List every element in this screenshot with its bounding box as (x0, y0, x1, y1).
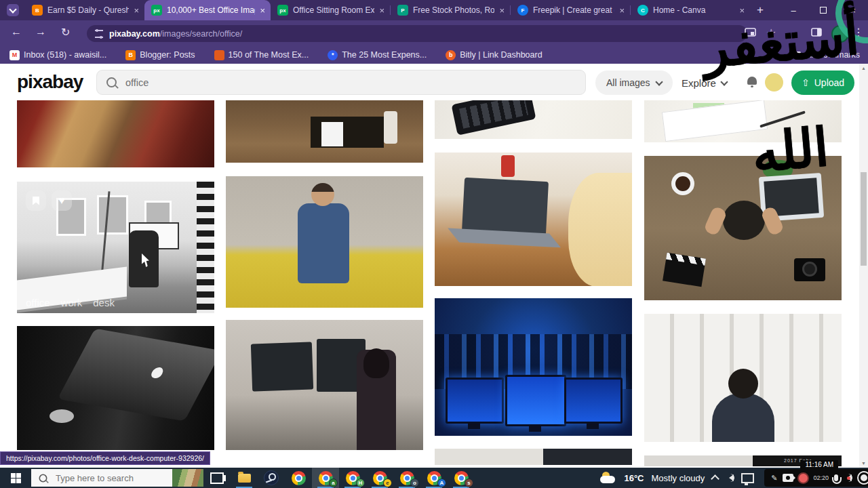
explore-menu[interactable]: Explore (682, 70, 727, 95)
start-button[interactable] (0, 468, 31, 488)
add-to-collection-button[interactable] (26, 190, 46, 211)
chrome-profile-A-button[interactable]: A (420, 468, 448, 488)
weather-condition[interactable]: Mostly cloudy (652, 473, 705, 483)
image-result-office-work-desk[interactable]: ♥ office work desk (17, 182, 214, 313)
microphone-icon[interactable] (834, 474, 838, 481)
image-result-man-wall-sketches[interactable] (644, 314, 842, 442)
tag-work[interactable]: work (61, 297, 83, 308)
bookmark-bitly[interactable]: b Bitly | Link Dashboard (446, 50, 542, 60)
scrollbar-thumb[interactable] (861, 172, 867, 266)
side-panel-icon[interactable] (811, 28, 822, 37)
close-window-button[interactable]: × (838, 5, 868, 16)
like-button[interactable]: ♥ (52, 190, 72, 211)
screen-recorder-toolbar: ✎ 02:20 (764, 469, 868, 487)
weather-temp[interactable]: 16°C (624, 473, 644, 483)
steam-button[interactable] (258, 468, 285, 488)
chrome-profile-h-button[interactable]: H (339, 468, 366, 488)
notifications-bell-icon[interactable] (747, 77, 757, 85)
taskbar-clock[interactable]: 11:16 AM (800, 460, 838, 469)
system-audio-icon[interactable] (844, 474, 852, 481)
close-tab-icon[interactable]: × (619, 5, 625, 16)
mute-indicator (847, 476, 850, 480)
tag-office[interactable]: office (26, 297, 50, 308)
taskbar-search-box[interactable] (31, 469, 203, 487)
bookmark-150-most[interactable]: 150 of The Most Ex... (214, 50, 309, 60)
bookmark-blogger[interactable]: B Blogger: Posts (125, 50, 195, 60)
close-tab-icon[interactable]: × (499, 5, 505, 16)
image-result-documents-pen[interactable] (644, 100, 842, 142)
site-icon (214, 50, 224, 60)
image-result-macbook-dark[interactable] (17, 326, 214, 450)
chrome-icon (292, 471, 306, 485)
close-tab-icon[interactable]: × (134, 5, 139, 16)
image-result-woman-dual-monitors[interactable] (226, 320, 423, 450)
photo-detail (662, 100, 768, 142)
maximize-button[interactable] (808, 5, 838, 16)
network-icon[interactable] (741, 473, 754, 483)
chrome-button[interactable] (285, 468, 312, 488)
tab-freepik[interactable]: F Freepik | Create great design × (511, 0, 630, 20)
pixabay-logo[interactable]: pixabay (17, 71, 83, 93)
bookmarks-bar: M Inbox (518) - awaisil... B Blogger: Po… (0, 46, 868, 64)
image-result-digital-monitors-city[interactable] (435, 298, 632, 436)
tag-desk[interactable]: desk (93, 297, 115, 308)
bookmark-star-icon[interactable]: ☆ (766, 26, 776, 39)
page-scrollbar[interactable]: ▲ ▼ (859, 64, 868, 468)
tab-blogger[interactable]: B Earn $5 Daily - Qureshi Hubs × (25, 0, 144, 20)
webcam-icon[interactable] (857, 471, 868, 485)
chrome-profile-a-button[interactable]: a (312, 468, 339, 488)
chrome-profile-e-button[interactable]: e (366, 468, 393, 488)
menu-dots-icon[interactable]: ⋮ (853, 26, 864, 39)
image-result-woman-laptop-table[interactable] (435, 152, 632, 286)
task-view-button[interactable] (203, 468, 231, 488)
forward-button[interactable]: → (35, 26, 46, 38)
search-icon (106, 77, 117, 87)
tab-pixabay-active[interactable]: px 10,000+ Best Office Images × (144, 0, 271, 20)
upload-button[interactable]: ⇧ Upload (791, 70, 854, 95)
tab-overflow-button[interactable] (7, 4, 19, 16)
bookmark-25-most[interactable]: * The 25 Most Expens... (328, 50, 427, 60)
image-result-lego-office[interactable] (226, 100, 423, 163)
new-tab-button[interactable]: + (757, 3, 764, 17)
image-result-man-yellow-sofa[interactable] (226, 176, 423, 308)
tab-media-icon[interactable] (745, 28, 756, 37)
scroll-down-arrow[interactable]: ▼ (859, 461, 868, 466)
taskbar-search-input[interactable] (54, 472, 152, 484)
close-tab-icon[interactable]: × (739, 5, 745, 16)
site-info-icon[interactable] (95, 30, 103, 38)
image-result-calculator-notes[interactable] (435, 100, 632, 139)
annotate-pen-icon[interactable]: ✎ (771, 474, 777, 483)
image-result-vintage-red-desk[interactable] (17, 100, 214, 167)
back-button[interactable]: ← (11, 26, 22, 38)
volume-icon[interactable] (726, 474, 734, 481)
profile-avatar[interactable] (831, 25, 849, 43)
minimize-button[interactable]: – (778, 5, 808, 16)
tab-pixabay-2[interactable]: px Office Sitting Room Executiv × (271, 0, 390, 20)
photo-detail (723, 201, 765, 240)
chrome-profile-s-button[interactable]: s (448, 468, 475, 488)
screenshot-camera-icon[interactable] (783, 474, 793, 482)
photo-detail (501, 155, 515, 177)
tab-pexels[interactable]: P Free Stock Photos, Royalty F × (391, 0, 510, 20)
address-bar[interactable]: pixabay.com/images/search/office/ (87, 25, 747, 42)
upload-label: Upload (814, 77, 844, 88)
file-explorer-button[interactable] (231, 468, 258, 488)
all-bookmarks-button[interactable]: All Bookmarks (791, 46, 860, 64)
user-avatar[interactable] (765, 73, 783, 92)
reload-button[interactable]: ↻ (61, 26, 70, 39)
chrome-profile-o-button[interactable]: o (393, 468, 420, 488)
site-search-bar[interactable] (96, 70, 586, 95)
search-input[interactable] (124, 77, 534, 89)
close-tab-icon[interactable]: × (379, 5, 384, 16)
close-tab-icon[interactable]: × (260, 5, 265, 16)
tray-expand-icon[interactable] (711, 474, 719, 483)
weather-icon[interactable] (600, 472, 616, 483)
chevron-down-icon (720, 78, 728, 85)
image-result-stressed-man-desk[interactable] (644, 156, 842, 300)
image-result-cropped-bottom[interactable] (435, 449, 632, 465)
scroll-up-arrow[interactable]: ▲ (859, 66, 868, 70)
record-button[interactable] (799, 474, 808, 483)
media-type-dropdown[interactable]: All images (595, 70, 673, 95)
bookmark-gmail[interactable]: M Inbox (518) - awaisil... (9, 50, 106, 60)
tab-canva[interactable]: C Home - Canva × (631, 0, 750, 20)
